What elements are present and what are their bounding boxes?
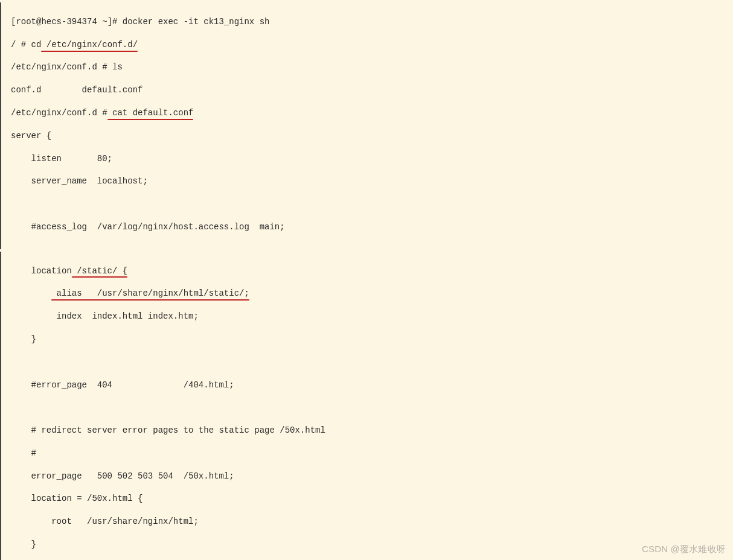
cmd-ls: /etc/nginx/conf.d # ls [11,62,725,73]
blank-line [11,199,725,210]
location-keyword: location [31,266,72,276]
server-open: server { [11,130,725,142]
blank-line [11,357,725,368]
location-50x: location = /50x.html { [11,493,725,504]
server-name-directive: server_name localhost; [11,176,725,187]
highlight-conf-d-path: /etc/nginx/conf.d/ [41,39,138,51]
index-directive: index index.html index.htm; [11,311,725,322]
terminal-block-2: location /static/ { alias /usr/share/ngi… [0,252,733,560]
redirect-comment: # redirect server error pages to the sta… [11,425,725,436]
location-50x-close: } [11,539,725,550]
blank-line [11,402,725,413]
error-page-404-comment: #error_page 404 /404.html; [11,380,725,391]
ls-output: conf.d default.conf [11,84,725,96]
csdn-watermark: CSDN @覆水难收呀 [642,543,726,555]
highlight-cat-default-conf: cat default.conf [107,107,194,119]
listen-directive: listen 80; [11,153,725,165]
location-close: } [11,334,725,345]
hash-comment: # [11,448,725,459]
location-static: location /static/ { [11,266,725,277]
root-directive: root /usr/share/nginx/html; [11,516,725,527]
highlight-alias-line: alias /usr/share/nginx/html/static/; [51,288,249,299]
cmd-cd-pre: / # cd [11,40,41,49]
alias-directive: alias /usr/share/nginx/html/static/; [11,288,725,299]
access-log-comment: #access_log /var/log/nginx/host.access.l… [11,221,725,233]
error-page-500: error_page 500 502 503 504 /50x.html; [11,471,725,482]
terminal-block-1: [root@hecs-394374 ~]# docker exec -it ck… [0,2,733,249]
cmd-cat: /etc/nginx/conf.d # cat default.conf [11,107,725,119]
cmd-cat-pre: /etc/nginx/conf.d # [11,108,107,118]
highlight-static-path: /static/ { [72,266,127,277]
cmd-cd: / # cd /etc/nginx/conf.d/ [11,39,725,51]
cmd-docker-exec: [root@hecs-394374 ~]# docker exec -it ck… [11,16,725,28]
